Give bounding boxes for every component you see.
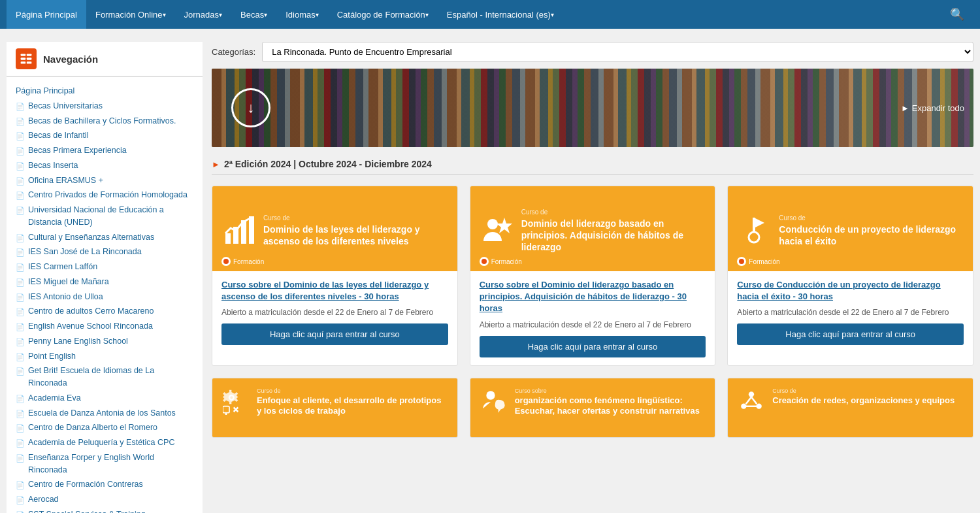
svg-rect-4 xyxy=(21,61,26,63)
course-card-0-banner-title: Dominio de las leyes del liderazgo y asc… xyxy=(263,223,448,247)
svg-point-20 xyxy=(757,403,762,408)
partial-card-1-label: Curso sobre xyxy=(515,388,706,394)
svg-rect-9 xyxy=(249,216,254,244)
partial-card-2-title: Creación de redes, organizaciones y equi… xyxy=(772,395,955,406)
svg-line-21 xyxy=(746,397,751,404)
sidebar-item-sst[interactable]: 📄SST Special Services & Training xyxy=(16,507,193,513)
svg-line-22 xyxy=(751,397,757,404)
svg-point-18 xyxy=(749,391,754,397)
sidebar-item-ies-antonio[interactable]: 📄IES Antonio de Ulloa xyxy=(16,290,193,305)
sidebar-item-forper[interactable]: 📄Enseñanza Forper y English World Rincon… xyxy=(16,450,193,478)
course-card-2-badge: Formación xyxy=(737,257,779,266)
sidebar-item-english-avenue[interactable]: 📄English Avenue School Rinconada xyxy=(16,319,193,334)
course-card-0-date: Abierto a matriculación desde el 22 de E… xyxy=(221,308,448,317)
sidebar-header: Navegación xyxy=(7,42,203,77)
sidebar-body: Página Principal 📄Becas Universitarias 📄… xyxy=(7,77,203,513)
partial-card-0-banner: Curso de Enfoque al cliente, el desarrol… xyxy=(212,378,457,437)
nav-becas[interactable]: Becas xyxy=(231,0,276,29)
svg-rect-5 xyxy=(27,61,32,63)
nav-pagina-principal[interactable]: Página Principal xyxy=(7,0,86,29)
partial-card-1-banner: Curso sobre organización como fenómeno l… xyxy=(470,378,715,437)
course-card-0-label: Curso de xyxy=(263,214,448,222)
chart-icon xyxy=(221,214,255,248)
course-card-2-banner: Curso de Conducción de un proyecto de li… xyxy=(728,186,973,271)
course-card-0: Curso de Dominio de las leyes del lidera… xyxy=(212,186,458,366)
sidebar-item-get-brit[interactable]: 📄Get Brit! Escuela de Idiomas de La Rinc… xyxy=(16,363,193,391)
sidebar-title: Navegación xyxy=(43,54,98,65)
sidebar-item-danza-antonia[interactable]: 📄Escuela de Danza Antonia de los Santos xyxy=(16,406,193,421)
course-card-0-badge-label: Formación xyxy=(233,258,264,265)
partial-card-2-label: Curso de xyxy=(772,388,955,394)
svg-point-10 xyxy=(487,219,498,229)
network-icon xyxy=(737,388,766,416)
course-card-2: Curso de Conducción de un proyecto de li… xyxy=(727,186,973,366)
category-bar: Categorías: La Rinconada. Punto de Encue… xyxy=(212,42,973,62)
sidebar-item-becas-bachillera[interactable]: 📄Becas de Bachillera y Ciclos Formativos… xyxy=(16,114,193,129)
sidebar-item-ies-san-jose[interactable]: 📄IES San José de La Rinconada xyxy=(16,244,193,259)
sidebar-item-becas-inserta[interactable]: 📄Becas Inserta xyxy=(16,158,193,173)
sidebar-item-point-english[interactable]: 📄Point English xyxy=(16,349,193,364)
partial-course-grid: Curso de Enfoque al cliente, el desarrol… xyxy=(212,378,973,438)
course-card-0-badge: Formación xyxy=(221,257,264,266)
sidebar-item-ies-miguel[interactable]: 📄IES Miguel de Mañara xyxy=(16,274,193,290)
sidebar-item-danza-alberto[interactable]: 📄Centro de Danza Alberto el Romero xyxy=(16,420,193,435)
course-card-1-date: Abierto a matriculación desde el 22 de E… xyxy=(480,320,706,329)
search-icon[interactable]: 🔍 xyxy=(941,7,973,22)
partial-card-1-title: organización como fenómeno lingüístico: … xyxy=(515,395,706,418)
hero-expand-button[interactable]: ► Expandir todo xyxy=(901,103,964,113)
svg-rect-6 xyxy=(225,233,231,244)
course-card-2-title[interactable]: Curso de Conducción de un proyecto de li… xyxy=(737,279,964,303)
course-grid: Curso de Dominio de las leyes del lidera… xyxy=(212,186,973,366)
sidebar-item-centro-privados[interactable]: 📄Centro Privados de Formación Homologada xyxy=(16,188,193,203)
sidebar-item-becas-primera-experiencia[interactable]: 📄Becas Primera Experiencia xyxy=(16,143,193,158)
expand-arrow-icon: ► xyxy=(901,103,909,113)
sidebar-item-contreras[interactable]: 📄Centro de Formación Contreras xyxy=(16,477,193,492)
nav-catalogo[interactable]: Catálogo de Formación xyxy=(328,0,438,29)
partial-card-0-label: Curso de xyxy=(257,388,448,394)
course-card-1-cta-button[interactable]: Haga clic aquí para entrar al curso xyxy=(480,336,706,357)
top-navigation: Página Principal Formación Online Jornad… xyxy=(0,0,980,29)
partial-card-2-banner: Curso de Creación de redes, organizacion… xyxy=(728,378,973,437)
partial-card-1: Curso sobre organización como fenómeno l… xyxy=(470,378,716,438)
sidebar-item-erasmus[interactable]: 📄Oficina ERASMUS + xyxy=(16,173,193,188)
sidebar-item-uned[interactable]: 📄Universidad Nacional de Educación a Dis… xyxy=(16,203,193,230)
hero-scroll-down-button[interactable]: ↓ xyxy=(231,88,270,127)
nav-formacion-online[interactable]: Formación Online xyxy=(86,0,175,29)
category-select[interactable]: La Rinconada. Punto de Encuentro Empresa… xyxy=(262,42,973,62)
sidebar-item-pagina-principal[interactable]: Página Principal xyxy=(16,84,193,99)
sidebar-item-penny-lane[interactable]: 📄Penny Lane English School xyxy=(16,334,193,349)
sidebar-item-aerocad[interactable]: 📄Aerocad xyxy=(16,492,193,507)
main-layout: Navegación Página Principal 📄Becas Unive… xyxy=(0,29,980,513)
sidebar-item-becas-infantil[interactable]: 📄Becas de Infantil xyxy=(16,128,193,143)
section-header: ► 2ª Edición 2024 | Octubre 2024 - Dicie… xyxy=(212,159,973,175)
nav-jornadas[interactable]: Jornadas xyxy=(175,0,231,29)
course-card-1-title[interactable]: Curso sobre el Dominio del liderazgo bas… xyxy=(480,279,706,315)
course-card-0-cta-button[interactable]: Haga clic aquí para entrar al curso xyxy=(221,323,448,345)
nav-idiomas[interactable]: Idiomas xyxy=(276,0,328,29)
course-card-0-title[interactable]: Curso sobre el Dominio de las leyes del … xyxy=(221,279,448,303)
person-talk-icon xyxy=(480,388,508,416)
course-card-2-date: Abierto a matriculación desde el 22 de E… xyxy=(737,308,964,317)
hero-background xyxy=(212,69,973,147)
sidebar-item-academia-eva[interactable]: 📄Academia Eva xyxy=(16,391,193,406)
course-card-2-banner-title: Conducción de un proyecto de liderazgo h… xyxy=(779,223,964,247)
flag-icon xyxy=(737,214,771,248)
svg-rect-2 xyxy=(27,54,32,56)
svg-rect-0 xyxy=(21,54,26,56)
nav-idioma-selector[interactable]: Español - Internacional (es) xyxy=(438,0,563,29)
sidebar-item-adultos-macareno[interactable]: 📄Centro de adultos Cerro Macareno xyxy=(16,304,193,319)
sidebar-item-peluqueria[interactable]: 📄Academia de Peluquería y Estética CPC xyxy=(16,435,193,450)
course-card-1-badge: Formación xyxy=(480,257,522,266)
course-card-2-cta-button[interactable]: Haga clic aquí para entrar al curso xyxy=(737,323,964,345)
sidebar-item-ies-carmen[interactable]: 📄IES Carmen Laffón xyxy=(16,259,193,274)
course-card-1: Curso de Dominio del liderazgo basado en… xyxy=(470,186,716,366)
svg-marker-14 xyxy=(754,218,764,228)
category-label: Categorías: xyxy=(212,47,255,57)
svg-rect-1 xyxy=(21,58,26,59)
main-content: Categorías: La Rinconada. Punto de Encue… xyxy=(212,42,973,513)
sidebar-item-becas-universitarias[interactable]: 📄Becas Universitarias xyxy=(16,99,193,114)
section-arrow-icon: ► xyxy=(212,159,220,169)
partial-card-2: Curso de Creación de redes, organizacion… xyxy=(727,378,973,438)
sidebar-item-cultural[interactable]: 📄Cultural y Enseñanzas Alternativas xyxy=(16,230,193,245)
section-title: 2ª Edición 2024 | Octubre 2024 - Diciemb… xyxy=(224,159,432,169)
